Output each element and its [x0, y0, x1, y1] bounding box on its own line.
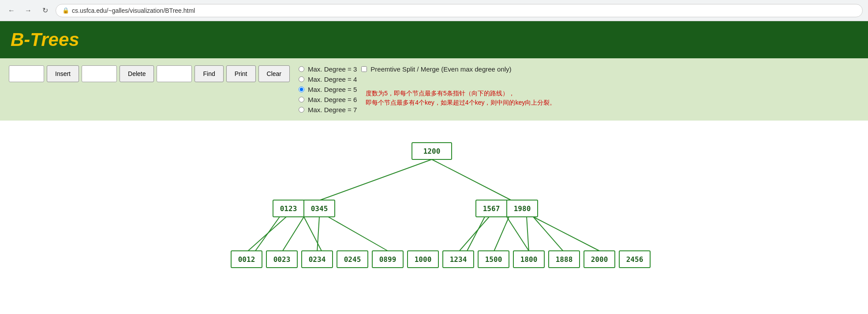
node-l2-1800: 1800 — [513, 251, 544, 268]
edge-root-left — [311, 159, 432, 204]
svg-text:1500: 1500 — [485, 255, 502, 264]
svg-text:1888: 1888 — [556, 255, 573, 264]
edge-l1right-c0 — [458, 217, 489, 252]
svg-text:2000: 2000 — [591, 255, 608, 264]
degree-3-row: Max. Degree = 3 — [299, 65, 357, 73]
preemptive-label: Preemtive Split / Merge (Even max degree… — [370, 65, 511, 73]
node-l2-0023: 0023 — [266, 251, 297, 268]
svg-text:0899: 0899 — [379, 255, 397, 264]
delete-button[interactable]: Delete — [120, 65, 154, 82]
node-l1-right: 1567 1980 — [476, 200, 538, 217]
svg-text:1980: 1980 — [514, 204, 531, 213]
node-l2-0245: 0245 — [337, 251, 368, 268]
node-l1-left: 0123 0345 — [273, 200, 335, 217]
degree-7-label: Max. Degree = 7 — [308, 106, 357, 113]
clear-button[interactable]: Clear — [258, 65, 290, 82]
edge-l1left-c1 — [282, 217, 304, 252]
edge-clean-l1r-mid — [507, 217, 529, 251]
node-l2-1888: 1888 — [549, 251, 580, 268]
svg-text:1200: 1200 — [423, 147, 441, 155]
reload-button[interactable]: ↻ — [39, 4, 51, 17]
svg-text:1800: 1800 — [520, 255, 538, 264]
tree-svg: 1200 0123 0345 1567 1980 0012 0023 — [103, 129, 765, 280]
page-header: B-Trees — [0, 21, 868, 58]
node-l2-2456: 2456 — [619, 251, 650, 268]
node-l2-1500: 1500 — [478, 251, 509, 268]
find-button[interactable]: Find — [195, 65, 223, 82]
lock-icon: 🔒 — [62, 7, 69, 14]
svg-text:0123: 0123 — [280, 204, 297, 213]
degree-7-row: Max. Degree = 7 — [299, 106, 357, 113]
degree-3-label: Max. Degree = 3 — [308, 65, 357, 73]
preemptive-row: Preemtive Split / Merge (Even max degree… — [361, 65, 556, 73]
find-input[interactable] — [157, 65, 192, 82]
edge-clean-l1l-left — [255, 217, 280, 251]
degree-4-label: Max. Degree = 4 — [308, 76, 357, 83]
back-button[interactable]: ← — [5, 4, 18, 17]
degree-4-radio[interactable] — [299, 76, 304, 82]
degree-5-radio[interactable] — [299, 87, 304, 92]
delete-input[interactable] — [82, 65, 117, 82]
svg-text:0023: 0023 — [273, 255, 291, 264]
node-l2-1000: 1000 — [408, 251, 438, 268]
degree-6-row: Max. Degree = 6 — [299, 96, 357, 103]
page-title: B-Trees — [11, 29, 79, 50]
node-l2-2000: 2000 — [584, 251, 615, 268]
preemptive-checkbox[interactable] — [361, 66, 367, 72]
svg-text:0234: 0234 — [309, 255, 326, 264]
edge-l1right-c1 — [494, 217, 509, 252]
degree-6-radio[interactable] — [299, 97, 304, 102]
browser-chrome: ← → ↻ 🔒 cs.usfca.edu/~galles/visualizati… — [0, 0, 868, 21]
node-l2-1234: 1234 — [443, 251, 474, 268]
edge-root-right — [432, 159, 518, 204]
edge-clean-l1r-right — [533, 217, 599, 251]
tree-area: 1200 0123 0345 1567 1980 0012 0023 — [0, 121, 868, 288]
svg-text:1000: 1000 — [415, 255, 432, 264]
svg-text:1567: 1567 — [483, 204, 500, 213]
annotation-line1: 度数为5，即每个节点最多有5条指针（向下的路线）， — [366, 89, 556, 98]
degree-5-label: Max. Degree = 5 — [308, 86, 357, 93]
edge-clean-l1l-right — [328, 217, 388, 251]
node-l2-0234: 0234 — [302, 251, 333, 268]
controls-left: Insert Delete Find Print Clear — [9, 65, 290, 82]
annotation-line2: 即每个节点最多有4个key，如果超过4个key，则中间的key向上分裂。 — [366, 98, 556, 107]
degree-4-row: Max. Degree = 4 — [299, 76, 357, 83]
node-l2-0012: 0012 — [231, 251, 262, 268]
edge-l1right-c2 — [527, 217, 529, 252]
controls-area: Insert Delete Find Print Clear Max. Degr… — [0, 58, 868, 121]
edge-clean-l1r-left — [467, 217, 485, 251]
url-text: cs.usfca.edu/~galles/visualization/BTree… — [72, 7, 195, 14]
degree-3-radio[interactable] — [299, 66, 304, 72]
print-button[interactable]: Print — [226, 65, 256, 82]
svg-text:1234: 1234 — [450, 255, 467, 264]
annotation: 度数为5，即每个节点最多有5条指针（向下的路线）， 即每个节点最多有4个key，… — [361, 89, 556, 107]
degree-7-radio[interactable] — [299, 107, 304, 113]
degree-options: Max. Degree = 3 Max. Degree = 4 Max. Deg… — [299, 65, 357, 113]
address-bar[interactable]: 🔒 cs.usfca.edu/~galles/visualization/BTr… — [56, 4, 863, 17]
node-l2-0899: 0899 — [372, 251, 403, 268]
edge-l1left-c0 — [247, 217, 286, 252]
insert-button[interactable]: Insert — [47, 65, 79, 82]
svg-text:0245: 0245 — [344, 255, 361, 264]
edge-l1right-c3 — [533, 217, 564, 252]
degree-5-row: Max. Degree = 5 — [299, 86, 357, 93]
node-root: 1200 — [412, 143, 452, 159]
svg-text:0012: 0012 — [238, 255, 255, 264]
degree-6-label: Max. Degree = 6 — [308, 96, 357, 103]
svg-text:2456: 2456 — [626, 255, 644, 264]
forward-button[interactable]: → — [22, 4, 34, 17]
insert-input[interactable] — [9, 65, 44, 82]
svg-text:0345: 0345 — [311, 204, 328, 213]
